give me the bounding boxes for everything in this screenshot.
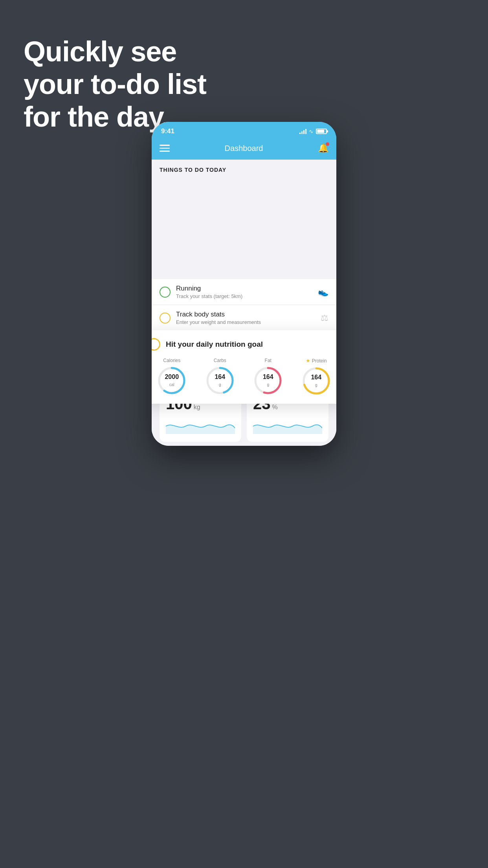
nutrition-item: ★ Protein 164 g [301, 358, 331, 396]
nutrition-item: Carbs 164 g [205, 358, 235, 396]
ring-container: 2000 cal [157, 366, 187, 395]
ring-container: 164 g [301, 366, 331, 396]
nutrition-label: Fat [265, 358, 272, 363]
battery-icon [316, 129, 327, 134]
todo-check-circle [160, 287, 171, 298]
ring-unit: g [219, 383, 221, 387]
todo-title: Running [176, 285, 318, 292]
ring-text: 164 g [311, 374, 321, 388]
ring-unit: cal [169, 383, 174, 387]
todo-action-icon: 👟 [318, 287, 328, 297]
nutrition-name: Calories [163, 358, 180, 363]
ring-value: 2000 [165, 373, 179, 381]
ring-container: 164 g [205, 366, 235, 395]
todo-text-block: Track body stats Enter your weight and m… [176, 311, 321, 325]
notification-dot [326, 142, 329, 146]
todo-title: Track body stats [176, 311, 321, 318]
ring-text: 2000 cal [165, 373, 179, 388]
status-icons: ∿ [299, 128, 327, 134]
signal-icon [299, 129, 306, 134]
phone-shell: 9:41 ∿ [152, 122, 336, 446]
status-time: 9:41 [161, 127, 174, 135]
ring-unit: g [315, 383, 317, 387]
progress-unit: % [272, 404, 278, 411]
card-check-circle [152, 338, 160, 351]
todo-item[interactable]: Running Track your stats (target: 5km) 👟 [152, 279, 336, 305]
todo-check-circle [160, 313, 171, 324]
nutrition-name: Carbs [214, 358, 226, 363]
hamburger-button[interactable] [160, 145, 170, 152]
ring-value: 164 [215, 373, 225, 381]
ring-unit: g [267, 383, 269, 387]
nutrition-item: Calories 2000 cal [157, 358, 187, 396]
content-area: THINGS TO DO TODAY Hit your daily nutrit… [152, 160, 336, 446]
card-overlap-container: Hit your daily nutrition goal Calories 2… [152, 279, 336, 357]
status-bar: 9:41 ∿ [152, 122, 336, 139]
progress-unit: kg [194, 404, 200, 411]
ring-value: 164 [263, 373, 273, 381]
background: Quickly see your to-do list for the day.… [0, 0, 488, 868]
ring-text: 164 g [215, 373, 225, 388]
todo-sub: Enter your weight and measurements [176, 319, 321, 325]
nav-bar: Dashboard 🔔 [152, 139, 336, 160]
ring-container: 164 g [253, 366, 283, 395]
nutrition-circles: Calories 2000 cal Carbs 164 g [152, 358, 336, 396]
wifi-icon: ∿ [309, 128, 314, 134]
todo-item[interactable]: Track body stats Enter your weight and m… [152, 305, 336, 331]
mini-chart [253, 418, 322, 434]
ring-value: 164 [311, 374, 321, 381]
star-icon: ★ [306, 358, 310, 364]
notification-button[interactable]: 🔔 [318, 143, 328, 153]
nutrition-item: Fat 164 g [253, 358, 283, 396]
nutrition-name: Protein [312, 358, 327, 364]
todo-action-icon: ⚖ [321, 313, 328, 323]
todo-text-block: Running Track your stats (target: 5km) [176, 285, 318, 299]
nutrition-goal-card[interactable]: Hit your daily nutrition goal Calories 2… [152, 330, 336, 404]
mini-chart [166, 418, 235, 434]
things-todo-header: THINGS TO DO TODAY [152, 160, 336, 177]
ring-text: 164 g [263, 373, 273, 388]
phone-mockup: 9:41 ∿ [152, 122, 336, 446]
todo-sub: Track your stats (target: 5km) [176, 293, 318, 299]
nutrition-name: Fat [265, 358, 272, 363]
nutrition-label: ★ Protein [306, 358, 327, 364]
card-title: Hit your daily nutrition goal [166, 340, 263, 349]
nutrition-label: Carbs [214, 358, 226, 363]
hero-text: Quickly see your to-do list for the day. [24, 35, 206, 133]
nutrition-label: Calories [163, 358, 180, 363]
nav-title: Dashboard [225, 144, 263, 153]
